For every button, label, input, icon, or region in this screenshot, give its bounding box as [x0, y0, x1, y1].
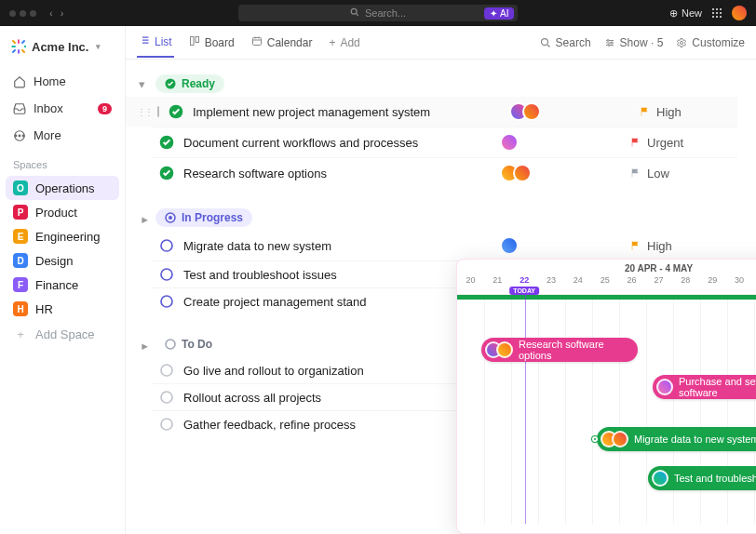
collapse-toggle[interactable]: ▾: [137, 340, 151, 349]
task-status-icon[interactable]: [159, 166, 174, 180]
task-title[interactable]: Gather feedback, refine process: [183, 418, 491, 432]
space-product[interactable]: P Product: [6, 200, 119, 224]
task-status-icon[interactable]: [159, 294, 174, 309]
search-icon: [350, 7, 359, 19]
svg-point-0: [351, 8, 357, 14]
task-title[interactable]: Research software options: [183, 167, 491, 180]
task-row[interactable]: ⋮⋮ Migrate data to new system High: [152, 231, 737, 260]
task-title[interactable]: Implement new project management system: [193, 105, 500, 119]
assignee-avatar[interactable]: [496, 341, 513, 358]
task-row[interactable]: ⋮⋮ Implement new project management syst…: [126, 97, 737, 127]
gantt-body[interactable]: Research software optionsPurchase and se…: [457, 295, 756, 524]
assignee-avatar[interactable]: [500, 133, 519, 152]
assignee-avatar[interactable]: [612, 431, 628, 447]
task-title[interactable]: Document current workflows and processes: [183, 136, 491, 150]
assignee-avatar[interactable]: [522, 102, 541, 121]
nav-home[interactable]: Home: [6, 69, 119, 94]
task-title[interactable]: Rollout across all projects: [183, 391, 491, 405]
space-finance[interactable]: F Finance: [6, 273, 119, 297]
toolbar-search[interactable]: Search: [540, 36, 591, 49]
assignee-avatar[interactable]: [500, 236, 519, 255]
ai-button[interactable]: ✦ AI: [484, 7, 514, 20]
collapse-toggle[interactable]: ▾: [137, 213, 151, 222]
toolbar-customize[interactable]: Customize: [676, 36, 745, 49]
task-assignees[interactable]: [500, 236, 574, 255]
task-priority[interactable]: High: [640, 105, 682, 119]
forward-icon[interactable]: ›: [61, 7, 64, 19]
gantt-bar[interactable]: Purchase and setup new software: [653, 375, 756, 399]
space-label: Operations: [35, 181, 95, 195]
status-inprogress-pill[interactable]: In Progress: [155, 208, 252, 227]
svg-rect-7: [252, 38, 261, 46]
assignee-avatar[interactable]: [656, 379, 673, 395]
new-button[interactable]: ⊕ New: [669, 7, 702, 20]
nav-inbox[interactable]: Inbox 9: [6, 96, 119, 121]
global-search[interactable]: Search...: [238, 5, 518, 21]
toolbar-show[interactable]: Show · 5: [604, 36, 664, 49]
gantt-bar[interactable]: Test and troubleshoot issues: [648, 466, 756, 490]
task-assignees[interactable]: [509, 102, 584, 121]
history-nav[interactable]: ‹ ›: [49, 7, 63, 19]
gantt-date: 20: [457, 275, 484, 294]
task-status-icon[interactable]: [169, 104, 183, 119]
view-board[interactable]: Board: [187, 28, 236, 57]
select-checkbox[interactable]: [157, 106, 159, 117]
workspace-logo-icon: [11, 39, 26, 54]
back-icon[interactable]: ‹: [49, 7, 53, 19]
gantt-bar[interactable]: Migrate data to new system: [597, 427, 756, 451]
task-priority[interactable]: Low: [630, 167, 669, 180]
space-operations[interactable]: O Operations: [6, 176, 119, 200]
task-status-icon[interactable]: [159, 417, 174, 432]
svg-rect-5: [190, 37, 194, 46]
task-priority[interactable]: High: [630, 239, 672, 253]
task-status-icon[interactable]: [159, 363, 174, 378]
more-icon: [13, 129, 26, 142]
drag-handle-icon[interactable]: ⋮⋮: [137, 107, 152, 117]
chevron-down-icon: ▾: [96, 42, 101, 51]
task-title[interactable]: Go live and rollout to organization: [183, 364, 491, 378]
user-avatar[interactable]: [732, 6, 747, 20]
task-status-icon[interactable]: [159, 135, 174, 150]
task-status-icon[interactable]: [159, 267, 174, 282]
inbox-badge: 9: [98, 103, 112, 114]
gantt-bar-label: Purchase and setup new software: [679, 376, 756, 398]
row-controls[interactable]: ⋮⋮: [137, 106, 159, 117]
add-space-button[interactable]: + Add Space: [6, 323, 119, 346]
task-title[interactable]: Create project management stand: [183, 295, 491, 309]
task-row[interactable]: ⋮⋮ Document current workflows and proces…: [152, 127, 737, 157]
task-row[interactable]: ⋮⋮ Research software options Low: [152, 157, 737, 188]
task-assignees[interactable]: [500, 164, 574, 182]
gantt-resize-handle[interactable]: [592, 436, 598, 442]
status-todo-pill[interactable]: To Do: [155, 335, 222, 354]
svg-point-10: [611, 42, 613, 44]
space-engineering[interactable]: E Engineering: [6, 224, 119, 248]
svg-point-22: [166, 340, 175, 349]
nav-more[interactable]: More: [6, 123, 119, 148]
space-design[interactable]: D Design: [6, 248, 119, 273]
task-status-icon[interactable]: [159, 238, 174, 253]
view-list[interactable]: List: [137, 27, 174, 58]
collapse-toggle[interactable]: ▾: [139, 77, 148, 91]
view-calendar[interactable]: Calendar: [250, 28, 315, 57]
gear-icon: [676, 37, 687, 48]
task-assignees[interactable]: [500, 133, 574, 152]
space-color-icon: D: [13, 253, 28, 268]
window-controls[interactable]: [9, 10, 36, 17]
gantt-panel[interactable]: 20 APR - 4 MAY 2021222324252627282930123…: [456, 259, 756, 534]
add-view[interactable]: + Add: [327, 29, 361, 57]
plus-icon: +: [329, 36, 335, 49]
status-ready-pill[interactable]: Ready: [155, 74, 224, 93]
workspace-switcher[interactable]: Acme Inc. ▾: [6, 35, 119, 58]
task-title[interactable]: Test and troubleshoot issues: [183, 268, 491, 282]
assignee-avatar[interactable]: [652, 470, 668, 487]
task-title[interactable]: Migrate data to new system: [183, 239, 491, 253]
assignee-avatar[interactable]: [513, 164, 532, 182]
gantt-bar[interactable]: Research software options: [481, 338, 638, 362]
task-status-icon[interactable]: [159, 390, 174, 405]
task-priority[interactable]: Urgent: [630, 136, 683, 150]
sidebar: Acme Inc. ▾ Home Inbox 9 More Spaces O O…: [0, 26, 126, 534]
space-hr[interactable]: H HR: [6, 297, 119, 321]
space-label: Design: [35, 254, 73, 268]
apps-grid-icon[interactable]: [711, 7, 722, 19]
space-color-icon: P: [13, 205, 28, 220]
